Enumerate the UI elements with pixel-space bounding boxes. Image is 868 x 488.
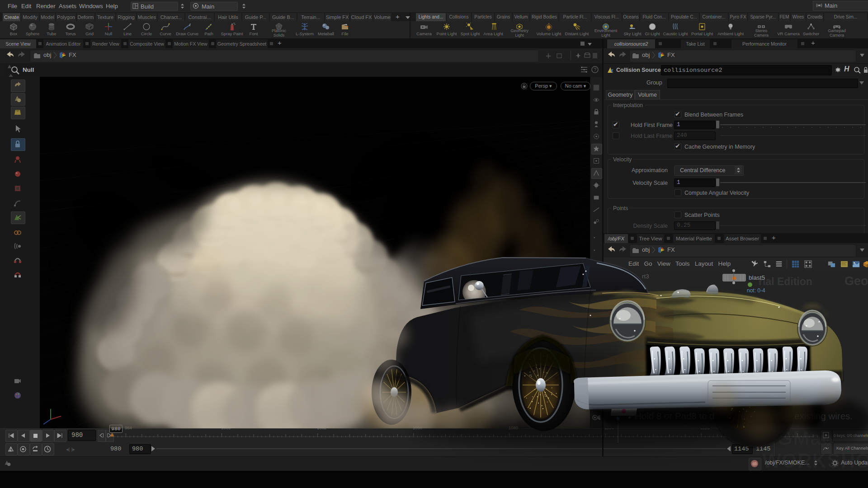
svg-text:?: ?	[594, 67, 596, 72]
